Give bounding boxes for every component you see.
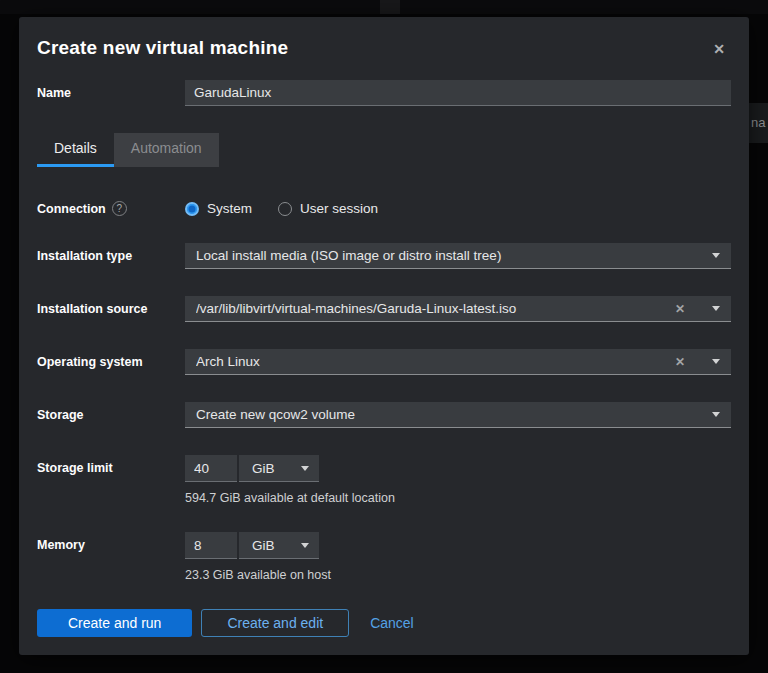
dialog-title: Create new virtual machine [37,37,288,59]
connection-label: Connection [37,202,106,216]
storage-limit-helper: 594.7 GiB available at default location [185,491,731,505]
connection-radio-system[interactable]: System [185,201,252,216]
tab-automation[interactable]: Automation [114,133,219,167]
create-and-run-button[interactable]: Create and run [37,609,192,637]
background-top-bar [0,0,768,14]
storage-limit-label: Storage limit [37,461,185,475]
memory-unit-select[interactable]: GiB [239,532,319,559]
installation-type-select[interactable]: Local install media (ISO image or distro… [185,243,731,269]
background-top-bar-notch [380,0,400,14]
operating-system-value: Arch Linux [196,354,675,369]
storage-limit-unit-value: GiB [252,461,275,476]
tab-bar: Details Automation [37,133,731,167]
installation-source-value: /var/lib/libvirt/virtual-machines/Garuda… [196,301,675,316]
radio-user-session-label: User session [300,201,378,216]
memory-unit-value: GiB [252,538,275,553]
installation-type-value: Local install media (ISO image or distro… [196,248,712,263]
installation-type-row: Installation type Local install media (I… [37,243,731,269]
operating-system-select[interactable]: Arch Linux ✕ [185,349,731,375]
dialog-footer: Create and run Create and edit Cancel [37,609,731,637]
memory-row: Memory GiB 23.3 GiB available on host [37,532,731,582]
installation-source-select[interactable]: /var/lib/libvirt/virtual-machines/Garuda… [185,296,731,322]
storage-label: Storage [37,408,185,422]
storage-select[interactable]: Create new qcow2 volume [185,402,731,428]
memory-label: Memory [37,538,185,552]
help-icon[interactable]: ? [112,201,127,216]
chevron-down-icon [712,253,720,258]
radio-system-label: System [207,201,252,216]
name-input[interactable] [185,80,731,106]
storage-limit-row: Storage limit GiB 594.7 GiB available at… [37,455,731,505]
connection-row: Connection ? System User session [37,201,731,216]
operating-system-row: Operating system Arch Linux ✕ [37,349,731,375]
create-and-edit-button[interactable]: Create and edit [201,609,349,637]
installation-source-row: Installation source /var/lib/libvirt/vir… [37,296,731,322]
chevron-down-icon [712,359,720,364]
radio-unselected-icon[interactable] [278,202,292,216]
storage-limit-input[interactable] [185,455,237,482]
create-vm-dialog: Create new virtual machine ✕ Name Detail… [19,17,749,655]
clear-icon[interactable]: ✕ [675,303,685,315]
memory-input[interactable] [185,532,237,559]
storage-value: Create new qcow2 volume [196,407,712,422]
radio-selected-icon[interactable] [185,202,199,216]
tab-details[interactable]: Details [37,133,114,167]
memory-helper: 23.3 GiB available on host [185,568,731,582]
clear-icon[interactable]: ✕ [675,356,685,368]
chevron-down-icon [301,543,309,548]
close-icon[interactable]: ✕ [707,40,731,58]
background-filter-input-fragment: na [749,103,768,143]
name-row: Name [37,80,731,106]
chevron-down-icon [712,306,720,311]
connection-radio-user-session[interactable]: User session [278,201,378,216]
name-label: Name [37,86,185,100]
storage-row: Storage Create new qcow2 volume [37,402,731,428]
chevron-down-icon [712,412,720,417]
chevron-down-icon [301,466,309,471]
cancel-button[interactable]: Cancel [358,609,426,637]
installation-type-label: Installation type [37,249,185,263]
installation-source-label: Installation source [37,302,185,316]
storage-limit-unit-select[interactable]: GiB [239,455,319,482]
operating-system-label: Operating system [37,355,185,369]
